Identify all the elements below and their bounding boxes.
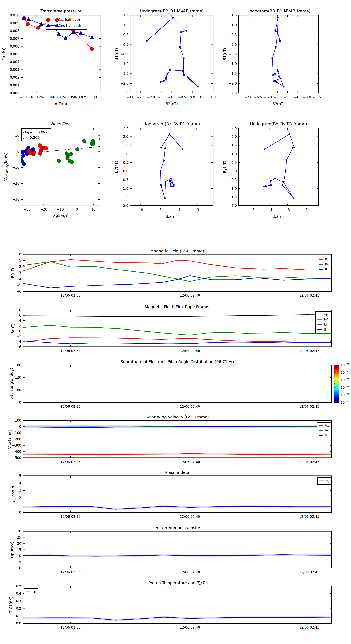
y-tick-label: 2.5	[232, 126, 237, 130]
y-tick-label: 0.5	[123, 33, 128, 37]
colorbar-label: 10−26	[341, 363, 350, 367]
x-tick-label: 12/06 02:45	[299, 626, 319, 629]
panel-pitch-angle: Suprathermal Electrons Pitch Angle Distr…	[9, 359, 350, 408]
y-tick-label: 0	[19, 510, 21, 514]
x-tick-label: −1.5	[157, 95, 165, 99]
x-axis-label: B2(nT)	[166, 102, 178, 106]
y-tick-label: 5	[19, 560, 21, 564]
series-By'	[23, 325, 332, 335]
y-tick-label: 3	[19, 488, 21, 492]
markers-B2-B1 path	[146, 16, 199, 88]
legend-item-label: Bx	[325, 258, 329, 261]
y-tick-label: 0.0	[16, 621, 21, 625]
y-tick-label: −1.0	[229, 186, 237, 190]
y-tick-label: 0.4	[16, 592, 21, 596]
y-tick-label: −400	[12, 450, 21, 454]
y-tick-label: 2.0	[232, 135, 237, 138]
x-tick-label: 12/06 02:45	[299, 349, 319, 353]
series-group	[263, 133, 295, 199]
y-tick-label: −4	[16, 277, 21, 281]
markers-Bz-By path	[160, 133, 184, 199]
x-tick-label: −5.5	[274, 95, 282, 99]
markers-Bx-By path	[263, 133, 295, 199]
legend: βp	[318, 478, 331, 484]
series-|B|	[23, 315, 332, 316]
y-tick-label: −1.0	[120, 62, 128, 66]
series-group	[23, 617, 332, 620]
x-tick-label: −0.025	[75, 95, 87, 99]
panel-hodogram-bxby: Hodogram(Bx_By FR frame)Bx(nT)By(nT)−5−4…	[223, 122, 319, 218]
x-tick-label: −10	[57, 208, 64, 211]
panel-mag-field-fr: Magnetic Field (Flux Rope Frame)B(nT)12/…	[10, 304, 332, 353]
legend: BxByBz	[317, 256, 331, 273]
x-tick-label: 12/06 02:35	[60, 626, 80, 629]
y-tick-label: 0	[19, 252, 21, 256]
x-tick-label: 12/06 02:40	[180, 460, 200, 464]
y-tick-label: 0.003	[10, 68, 19, 72]
x-tick-label: 12/06 02:40	[180, 514, 200, 518]
panel-title: Solar Wind Velocity (GSE Frame)	[146, 415, 209, 420]
panel-title: Proton Temperature and Te/Tp	[148, 580, 207, 586]
y-tick-label: 0.0	[123, 42, 128, 46]
panel-title: Transverse pressure	[40, 9, 81, 14]
x-tick-label: 12/06 02:45	[299, 514, 319, 518]
legend-item-label: Vz	[325, 434, 329, 437]
panel-title: Hodogram(Bz_By FR frame)	[143, 122, 200, 126]
y-tick-label: 0.5	[123, 160, 128, 164]
x-tick-label: 0.0	[190, 95, 195, 99]
x-tick-label: 12/06 02:35	[60, 570, 80, 574]
y-tick-label: −0.5	[229, 52, 237, 56]
y-tick-label: 0.5	[232, 160, 237, 164]
colorbar-label: 10−31	[341, 400, 350, 404]
y-axis-label: B1(nT)	[223, 48, 227, 60]
y-tick-label: 0.1	[16, 614, 21, 618]
y-tick-label: 25	[17, 536, 21, 540]
y-tick-label: 1.5	[123, 13, 128, 17]
axis-ticks: 12/06 02:3512/06 02:4012/06 02:450−1−2−3…	[16, 252, 332, 298]
x-axis-label: Bz(nT)	[166, 214, 177, 218]
axes-frame	[23, 310, 332, 347]
x-tick-label: 12/06 02:45	[299, 404, 319, 408]
y-tick-label: −2.0	[120, 82, 128, 85]
y-tick-label: 0.008	[10, 29, 19, 33]
x-axis-label: B3(nT)	[272, 102, 285, 106]
x-tick-label: −0.5	[178, 95, 186, 99]
axis-ticks: 12/06 02:3512/06 02:4012/06 02:450.00.10…	[16, 584, 332, 629]
y-tick-label: 0	[19, 425, 21, 428]
series-Bx'	[23, 338, 332, 342]
x-tick-label: −20	[40, 208, 47, 211]
markers-cluster-green	[57, 137, 103, 164]
legend: 1st half path2nd half path	[46, 16, 87, 30]
panel-title: Proton Number Density	[154, 526, 200, 530]
y-tick-label: 0.2	[16, 606, 21, 610]
x-tick-label: −3.5	[313, 95, 321, 99]
x-tick-label: 12/06 02:40	[180, 626, 200, 629]
y-tick-label: −10	[12, 166, 19, 170]
x-tick-label: −7.0	[244, 95, 252, 99]
y-tick-label: −6	[16, 290, 21, 293]
x-tick-label: 12/06 02:35	[60, 294, 80, 298]
y-tick-label: 10	[15, 134, 19, 138]
y-tick-label: 0	[17, 150, 19, 154]
y-tick-label: 0.5	[16, 584, 21, 588]
x-tick-label: −0.150	[19, 95, 32, 99]
y-tick-label: −2.5	[229, 91, 237, 95]
x-tick-label: 12/06 02:40	[180, 404, 200, 408]
panel-proton-density: Proton Number DensityNp(#/cc)12/06 02:35…	[10, 526, 332, 574]
legend-item-label: |B|	[323, 328, 327, 331]
y-tick-label: 0	[19, 329, 21, 333]
x-axis-label: Bx(nT)	[272, 214, 285, 218]
series-group	[272, 16, 284, 88]
series-Bz-By path	[161, 134, 183, 198]
x-tick-label: −1.0	[168, 95, 176, 99]
legend-item-label: By'	[323, 318, 328, 322]
y-tick-label: 100	[15, 418, 21, 422]
y-tick-label: −500	[12, 456, 21, 460]
series-Bx	[23, 260, 332, 271]
panel-title: Suprathermal Electrons Pitch Angle Distr…	[120, 359, 234, 364]
y-tick-label: 5	[19, 474, 21, 478]
panel-title: Magnetic Field (Flux Rope Frame)	[145, 304, 210, 309]
y-axis-label: pitch angle (deg)	[9, 368, 14, 400]
y-tick-label: 180	[15, 363, 21, 367]
figure-page: Transverse pressureA(T·m)Pt(nPa)−0.150−0…	[0, 0, 351, 644]
